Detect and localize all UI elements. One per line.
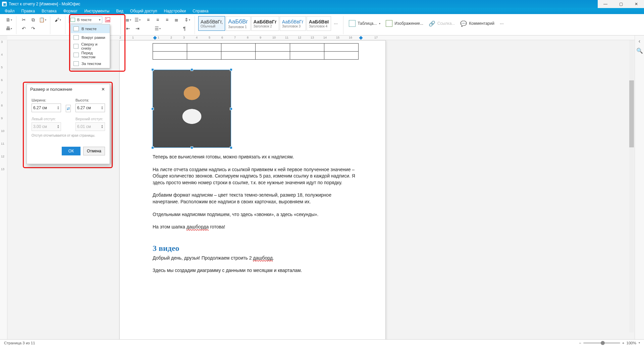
wrap-option-infront[interactable]: Перед текстом: [71, 51, 110, 59]
menu-view[interactable]: Вид: [113, 8, 127, 14]
increase-indent-button[interactable]: ⇥: [133, 24, 142, 32]
ruler-left-indent-marker[interactable]: [153, 36, 157, 40]
resize-handle-bl[interactable]: [151, 146, 154, 149]
doc-paragraph[interactable]: Добавим формат надписям – цвет текста те…: [153, 192, 359, 205]
copy-button[interactable]: ⧉: [29, 16, 37, 24]
insert-table-button[interactable]: Таблица...▾: [347, 19, 382, 28]
redo-button[interactable]: ↷: [29, 24, 37, 32]
window-minimize-button[interactable]: —: [598, 0, 613, 8]
wrap-option-inline[interactable]: В тексте: [71, 24, 110, 33]
decrease-indent-button[interactable]: ⇤: [124, 24, 132, 32]
resize-handle-br[interactable]: [230, 146, 232, 149]
ruler-right-indent-marker[interactable]: [359, 36, 363, 40]
height-input[interactable]: 6.27 см▲▼: [75, 103, 105, 112]
doc-paragraph[interactable]: На листе отчета создаем надпись и ссылко…: [153, 166, 359, 186]
cancel-button[interactable]: Отмена: [83, 147, 105, 155]
resize-handle-tr[interactable]: [230, 68, 232, 71]
doc-heading3[interactable]: 3 видео: [153, 244, 359, 253]
document-page: Теперь все вычисления готовы, можно прив…: [119, 40, 386, 339]
zoom-slider-thumb[interactable]: [601, 341, 605, 345]
wrap-square-icon: [73, 35, 79, 40]
paste-button[interactable]: 📋▾: [39, 16, 47, 24]
doc-paragraph[interactable]: Здесь мы создадим диаграмму с данными по…: [153, 267, 359, 274]
wrap-topbottom-icon: [73, 44, 78, 49]
resize-handle-bm[interactable]: [191, 146, 193, 149]
wrap-option-topbottom[interactable]: Сверху и снизу: [71, 42, 110, 51]
align-center-button[interactable]: ≡: [154, 16, 162, 24]
ribbon-group-paint: 🖌▾: [52, 15, 64, 36]
zoom-slider[interactable]: [583, 342, 620, 344]
vertical-ruler[interactable]: 345678910111213: [0, 40, 7, 339]
style-normal[interactable]: АаБбВвГг, Обычный: [198, 16, 225, 31]
style-heading1[interactable]: АаБбВг Заголовок 1: [226, 16, 250, 31]
svg-point-1: [106, 18, 107, 19]
insert-more-button[interactable]: ···: [498, 19, 506, 27]
resize-handle-tm[interactable]: [191, 68, 193, 71]
numbered-list-button[interactable]: ☰▾: [133, 16, 142, 24]
insert-comment-button[interactable]: 💬 Комментарий: [458, 19, 496, 28]
align-right-button[interactable]: ≡: [163, 16, 171, 24]
cut-button[interactable]: ✂: [20, 16, 28, 24]
doc-paragraph[interactable]: Теперь все вычисления готовы, можно прив…: [153, 154, 359, 160]
wrap-option-behind[interactable]: За текстом: [71, 59, 110, 68]
window-close-button[interactable]: ✕: [629, 0, 644, 8]
size-position-dialog: Размер и положение ✕ Ширина: 6.27 см▲▼ ⇄…: [26, 84, 110, 164]
bulleted-list-button[interactable]: ≣▾: [124, 16, 132, 24]
sidepanel-expand-icon[interactable]: ‹: [639, 38, 640, 44]
window-maximize-button[interactable]: ▢: [613, 0, 629, 8]
sidepanel-search-icon[interactable]: 🔍: [636, 48, 643, 54]
wrap-inline-icon: [70, 18, 75, 22]
image-properties-button[interactable]: [104, 16, 112, 24]
menu-share[interactable]: Общий доступ: [127, 8, 161, 14]
menu-help[interactable]: Справка: [189, 8, 212, 14]
zoom-out-button[interactable]: −: [579, 341, 581, 345]
undo-button[interactable]: ↶: [20, 24, 28, 32]
menu-file[interactable]: Файл: [1, 8, 18, 14]
menu-tools[interactable]: Инструменты: [81, 8, 113, 14]
menu-bar: Файл Правка Вставка Формат Инструменты В…: [0, 8, 644, 14]
chevron-down-icon[interactable]: ▾: [639, 341, 640, 344]
menu-format[interactable]: Формат: [60, 8, 81, 14]
align-justify-button[interactable]: ≣: [172, 16, 180, 24]
resize-handle-tl[interactable]: [151, 68, 154, 71]
insert-image-button[interactable]: Изображение...: [384, 19, 425, 28]
zoom-in-button[interactable]: +: [622, 341, 625, 345]
style-heading2[interactable]: АаБбВвГг Заголовок 2: [251, 16, 279, 31]
chevron-down-icon: ▾: [99, 18, 101, 21]
format-painter-button[interactable]: 🖌▾: [54, 16, 62, 24]
menu-edit[interactable]: Правка: [18, 8, 39, 14]
doc-paragraph[interactable]: Отдельными надписями подпишем, что здесь…: [153, 211, 359, 218]
vertical-scrollbar[interactable]: [629, 40, 634, 333]
dialog-close-button[interactable]: ✕: [100, 86, 106, 92]
menu-addons[interactable]: Надстройки: [160, 8, 189, 14]
doc-paragraph[interactable]: На этом шапка дашборда готова!: [153, 224, 359, 230]
lock-aspect-button[interactable]: ⇄: [66, 105, 71, 112]
line-spacing-button[interactable]: ⇕▾: [183, 16, 191, 24]
insert-link-button[interactable]: 🔗 Ссылка...: [427, 19, 457, 28]
doc-paragraph[interactable]: Добрый день, друзья! Продолжаем строить …: [153, 255, 359, 262]
scrollbar-thumb[interactable]: [629, 80, 634, 147]
styles-more-button[interactable]: ···: [332, 19, 340, 27]
new-doc-button[interactable]: 🗎▾: [5, 16, 13, 24]
wrap-infront-icon: [73, 53, 79, 57]
width-input[interactable]: 6.27 см▲▼: [32, 103, 61, 112]
ribbon-group-file: 🗎▾ 🖶▾: [3, 15, 15, 36]
ok-button[interactable]: ОК: [62, 147, 80, 155]
document-table[interactable]: [153, 43, 359, 60]
text-wrap-dropdown[interactable]: В тексте Вокруг рамки Сверху и снизу Пер…: [70, 24, 110, 68]
image-content-cat: [153, 70, 231, 147]
align-left-button[interactable]: ≡: [144, 16, 152, 24]
dialog-title: Размер и положение: [30, 87, 72, 92]
selected-image[interactable]: [153, 70, 231, 148]
resize-handle-mr[interactable]: [230, 108, 232, 110]
style-heading3[interactable]: АаБбВвГг Заголовок 3: [280, 16, 306, 31]
text-wrap-combo[interactable]: В тексте ▾: [69, 16, 102, 23]
vertical-align-button[interactable]: ☰▾: [154, 24, 162, 32]
paragraph-marks-button[interactable]: ¶: [180, 24, 189, 32]
wrap-option-square[interactable]: Вокруг рамки: [71, 33, 110, 42]
menu-insert[interactable]: Вставка: [38, 8, 60, 14]
style-heading4[interactable]: АаБбВвІ Заголовок 4: [307, 16, 331, 31]
top-offset-input: 6.01 см▲▼: [75, 122, 105, 131]
print-button[interactable]: 🖶▾: [5, 24, 13, 32]
resize-handle-ml[interactable]: [151, 108, 154, 110]
